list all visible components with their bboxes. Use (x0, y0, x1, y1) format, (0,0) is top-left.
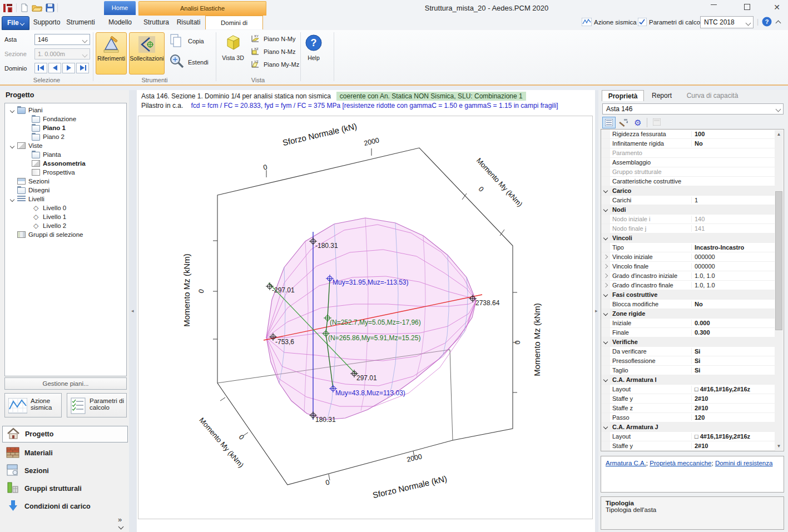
expander-icon[interactable] (10, 108, 14, 113)
property-category[interactable]: C.A. Armatura J (601, 422, 775, 432)
tree-item-fondazione[interactable]: Fondazione (5, 115, 126, 123)
nav-sezioni[interactable]: Sezioni (2, 463, 128, 479)
close-button[interactable]: ✕ (765, 1, 788, 13)
nav-overflow-chevron[interactable]: » (118, 515, 123, 532)
property-row[interactable]: Paramento (601, 148, 775, 158)
tree-item-sezioni[interactable]: Sezioni (5, 177, 126, 186)
property-value[interactable]: □ 4#16,1#16y,2#16z (691, 433, 775, 440)
property-row[interactable]: Staffe y2#10 (601, 441, 775, 451)
property-value[interactable]: Incastro-Incastro (691, 244, 775, 251)
property-value[interactable]: 2#10 (691, 405, 775, 411)
property-value[interactable]: Si (691, 367, 775, 374)
tree-item-piano-1[interactable]: Piano 1 (5, 123, 126, 132)
first-domain-button[interactable] (34, 63, 47, 73)
scroll-up-icon[interactable]: ▲ (775, 130, 783, 138)
nav-gruppi-strutturali[interactable]: Gruppi strutturali (2, 480, 128, 497)
left-splitter[interactable]: ◂ (129, 90, 137, 532)
gestione-piani-button[interactable]: Gestione piani... (4, 377, 127, 390)
property-category[interactable]: Nodi (601, 205, 775, 215)
help-small-icon[interactable]: ? (762, 17, 772, 27)
azione-sismica-quick[interactable]: Azione sismica (594, 19, 637, 26)
minimize-button[interactable] (702, 1, 725, 13)
property-value[interactable]: No (691, 301, 775, 307)
maximize-button[interactable] (735, 1, 759, 13)
expander-icon[interactable] (10, 197, 14, 202)
property-row[interactable]: Assemblaggio (601, 158, 775, 167)
tools-icon[interactable] (617, 117, 630, 128)
nav-condizioni-di-carico[interactable]: Condizioni di carico (2, 498, 128, 515)
last-domain-button[interactable] (76, 63, 89, 73)
property-row[interactable]: Rigidezza fessurata100 (601, 130, 775, 139)
property-value[interactable]: 1.0, 1.0 (691, 272, 775, 279)
tree-item-piano-2[interactable]: Piano 2 (5, 132, 126, 141)
save-icon[interactable] (46, 3, 54, 12)
property-row[interactable]: Blocca modificheNo (601, 300, 775, 309)
link-armatura-ca[interactable]: Armatura C.A. (606, 460, 646, 466)
tree-item-livelli[interactable]: Livelli (5, 195, 126, 203)
property-value[interactable]: No (691, 140, 775, 147)
tab-report[interactable]: Report (646, 90, 677, 101)
property-row[interactable]: Caratteristiche costruttive (601, 177, 775, 186)
object-selector[interactable]: Asta 146 (602, 103, 784, 115)
tree-item-pianta[interactable]: Pianta (5, 150, 126, 159)
tree-item-piani[interactable]: Piani (5, 106, 126, 115)
property-row[interactable]: Staffe y2#10 (601, 394, 775, 404)
new-file-icon[interactable] (20, 3, 29, 12)
property-row[interactable]: Staffe z2#10 (601, 404, 775, 413)
property-value[interactable]: 000000 (691, 253, 775, 260)
property-row[interactable]: Staffe z2#10 (601, 451, 775, 451)
property-category[interactable]: Verifiche (601, 337, 775, 347)
azione-sismica-button[interactable]: Azione sismica (4, 393, 62, 417)
piano-my-mz-button[interactable]: YZ Piano My-Mz (250, 59, 301, 71)
nav-materiali[interactable]: Materiali (2, 445, 128, 461)
piano-n-mz-button[interactable]: XZ Piano N-Mz (250, 47, 301, 58)
norm-select[interactable]: NTC 2018 (700, 16, 754, 28)
property-scrollbar[interactable]: ▲ ▼ (775, 130, 783, 450)
resistance-domain-plot[interactable]: -180.31-297.01Muy=31.95,Muz=-113.53)2738… (138, 116, 592, 519)
property-value[interactable]: 0.300 (691, 329, 775, 336)
property-row[interactable]: Grado d'incastro finale1.0, 1.0 (601, 281, 775, 290)
property-row[interactable]: Nodo finale j141 (601, 224, 775, 233)
property-value[interactable]: □ 4#16,1#16y,2#16z (691, 386, 775, 392)
link-proprieta-meccaniche[interactable]: Proprietà meccaniche (650, 460, 711, 466)
property-value[interactable]: 1.0, 1.0 (691, 282, 775, 289)
tab-proprieta[interactable]: Proprietà (602, 90, 644, 101)
property-value[interactable]: 0.000 (691, 320, 775, 326)
property-row[interactable]: Layout□ 4#16,1#16y,2#16z (601, 432, 775, 441)
riferimenti-button[interactable]: Riferimenti (96, 32, 127, 74)
help-button[interactable]: ? Help (301, 32, 326, 74)
file-menu-button[interactable]: File (2, 16, 29, 30)
property-value[interactable]: 100 (691, 131, 775, 137)
property-row[interactable]: Carichi1 (601, 196, 775, 205)
asta-combo[interactable]: 146 (34, 34, 90, 45)
property-category[interactable]: Zone rigide (601, 309, 775, 319)
property-row[interactable]: TaglioSi (601, 366, 775, 375)
tree-item-livello-1[interactable]: ◇Livello 1 (5, 212, 126, 221)
property-value[interactable]: 141 (691, 225, 775, 232)
sollecitazioni-button[interactable]: Sollecitazioni (129, 32, 165, 74)
property-value[interactable]: 120 (691, 414, 775, 421)
property-value[interactable]: 2#10 (691, 395, 775, 402)
collapse-ribbon-icon[interactable] (776, 21, 781, 26)
property-value[interactable]: 140 (691, 216, 775, 222)
vista-3d-button[interactable]: Vista 3D (220, 32, 246, 74)
scroll-down-icon[interactable]: ▼ (775, 442, 783, 450)
tree-item-livello-0[interactable]: ◇Livello 0 (5, 203, 126, 212)
property-row[interactable]: TipoIncastro-Incastro (601, 243, 775, 252)
property-row[interactable]: PressoflessioneSi (601, 356, 775, 366)
open-folder-icon[interactable] (32, 3, 43, 12)
property-category[interactable]: Carico (601, 186, 775, 196)
property-row[interactable]: Nodo iniziale i140 (601, 215, 775, 224)
property-value[interactable]: Si (691, 357, 775, 364)
prev-domain-button[interactable] (48, 63, 61, 73)
parametri-di-calcolo-button[interactable]: Parametri di calcolo (67, 393, 127, 417)
property-value[interactable]: 2#10 (691, 442, 775, 449)
property-value[interactable]: 1 (691, 197, 775, 203)
nav-progetto[interactable]: Progetto (2, 426, 128, 442)
tab-modello[interactable]: Modello (105, 16, 135, 29)
property-category[interactable]: Vincoli (601, 233, 775, 243)
tab-domini-di-resistenza[interactable]: Domini di resistenza (205, 16, 263, 29)
tree-item-assonometria[interactable]: Assonometria (5, 159, 126, 168)
tab-strumenti[interactable]: Strumenti (65, 16, 97, 29)
tree-item-livello-2[interactable]: ◇Livello 2 (5, 221, 126, 230)
